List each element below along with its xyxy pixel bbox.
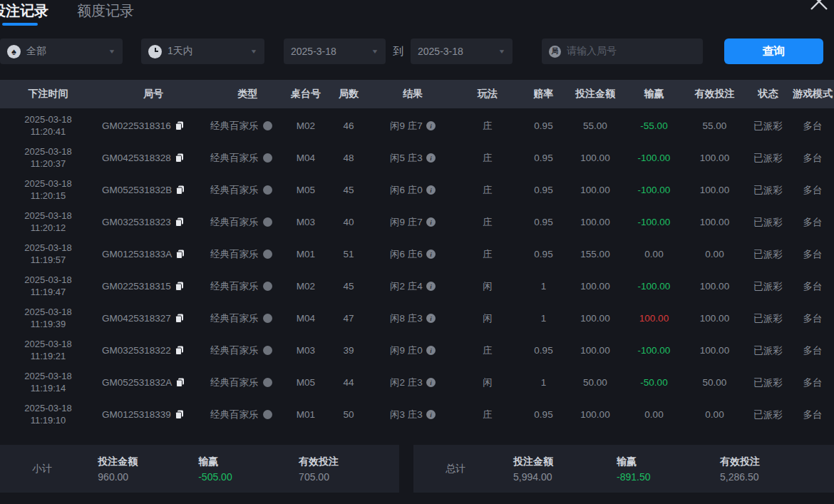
table-number-cell: M05 xyxy=(285,185,326,195)
odds-cell: 1 xyxy=(520,377,567,388)
table-row: 2025-03-18 11:19:10 GM0125318339 经典百家乐 M… xyxy=(0,398,834,431)
spade-icon: ♠ xyxy=(7,45,21,58)
chevron-down-icon: ▼ xyxy=(498,48,506,54)
table-row: 2025-03-18 11:19:57 GM012531833A 经典百家乐 M… xyxy=(0,238,834,270)
bet-time-cell: 2025-03-18 11:20:12 xyxy=(0,210,96,235)
copy-icon[interactable] xyxy=(175,410,184,419)
game-type-cell: 经典百家乐 xyxy=(210,248,285,261)
play-type-cell: 庄 xyxy=(455,408,520,421)
result-info-icon[interactable]: i xyxy=(426,378,436,387)
play-type-cell: 闲 xyxy=(455,280,520,293)
total-winloss-label: 输赢 xyxy=(617,456,720,468)
subtotal-box: 小计 投注金额 960.00 输赢 -505.00 有效投注 705.00 xyxy=(0,445,399,493)
round-count-cell: 46 xyxy=(326,120,371,131)
status-cell: 已派彩 xyxy=(745,152,791,165)
result-info-icon[interactable]: i xyxy=(426,217,436,227)
play-type-cell: 闲 xyxy=(455,312,520,325)
copy-icon[interactable] xyxy=(176,185,185,195)
copy-icon[interactable] xyxy=(175,314,184,323)
copy-icon[interactable] xyxy=(175,217,184,227)
type-info-icon[interactable] xyxy=(263,314,272,323)
bet-amount-cell: 55.00 xyxy=(567,120,624,131)
odds-cell: 0.95 xyxy=(520,409,567,420)
clock-icon xyxy=(148,45,162,58)
game-type-cell: 经典百家乐 xyxy=(210,312,285,325)
result-cell: 闲9 庄7 i xyxy=(371,216,455,229)
game-mode-cell: 多台 xyxy=(791,376,834,389)
game-number-cell: GM0325318322 xyxy=(96,345,210,356)
table-row: 2025-03-18 11:19:39 GM0425318327 经典百家乐 M… xyxy=(0,302,834,334)
type-info-icon[interactable] xyxy=(263,153,272,163)
bet-time-cell: 2025-03-18 11:20:37 xyxy=(0,146,96,170)
filter-bar: ♠ 全部 ▼ 1天内 ▼ 2025-3-18 ▼ 到 2025-3-18 ▼ 局… xyxy=(0,38,834,64)
copy-icon[interactable] xyxy=(175,346,184,355)
winloss-cell: -100.00 xyxy=(624,281,684,292)
tab-quota-records[interactable]: 额度记录 xyxy=(76,1,135,26)
type-info-icon[interactable] xyxy=(263,185,272,195)
round-count-cell: 45 xyxy=(326,185,371,195)
status-cell: 已派彩 xyxy=(745,184,791,197)
status-cell: 已派彩 xyxy=(745,248,791,261)
time-range-select[interactable]: 1天内 ▼ xyxy=(141,38,264,64)
valid-bet-cell: 0.00 xyxy=(684,249,745,259)
winloss-cell: 0.00 xyxy=(624,409,684,420)
result-info-icon[interactable]: i xyxy=(426,346,436,355)
time-range-value: 1天内 xyxy=(168,45,193,58)
play-type-cell: 闲 xyxy=(455,376,520,389)
type-info-icon[interactable] xyxy=(263,217,272,227)
result-info-icon[interactable]: i xyxy=(426,314,436,323)
odds-cell: 0.95 xyxy=(520,217,567,227)
bet-time-cell: 2025-03-18 11:19:21 xyxy=(0,339,96,363)
table-body: 2025-03-18 11:20:41 GM0225318316 经典百家乐 M… xyxy=(0,110,834,431)
bet-time-cell: 2025-03-18 11:19:10 xyxy=(0,403,96,427)
type-info-icon[interactable] xyxy=(263,378,272,387)
type-info-icon[interactable] xyxy=(263,346,272,355)
winloss-cell: -100.00 xyxy=(624,185,684,195)
summary-bar: 小计 投注金额 960.00 输赢 -505.00 有效投注 705.00 总计… xyxy=(0,445,834,493)
game-number-cell: GM0225318315 xyxy=(96,281,210,292)
result-info-icon[interactable]: i xyxy=(426,121,436,130)
date-from-picker[interactable]: 2025-3-18 ▼ xyxy=(284,38,386,64)
game-type-select[interactable]: ♠ 全部 ▼ xyxy=(0,38,123,64)
query-button[interactable]: 查询 xyxy=(724,38,823,64)
col-bet-time: 下注时间 xyxy=(0,88,96,101)
game-number-cell: GM0325318323 xyxy=(96,217,210,227)
game-type-cell: 经典百家乐 xyxy=(210,376,285,389)
result-info-icon[interactable]: i xyxy=(426,185,436,195)
result-info-icon[interactable]: i xyxy=(426,153,436,163)
valid-bet-cell: 50.00 xyxy=(684,377,745,388)
odds-cell: 1 xyxy=(520,313,567,324)
result-info-icon[interactable]: i xyxy=(426,410,436,419)
subtotal-winloss-value: -505.00 xyxy=(198,471,299,483)
table-row: 2025-03-18 11:20:37 GM0425318328 经典百家乐 M… xyxy=(0,142,834,174)
copy-icon[interactable] xyxy=(175,153,184,163)
type-info-icon[interactable] xyxy=(263,410,272,419)
play-type-cell: 庄 xyxy=(455,344,520,357)
status-cell: 已派彩 xyxy=(745,280,791,293)
bet-amount-cell: 100.00 xyxy=(567,281,624,292)
tab-bet-records[interactable]: 投注记录 xyxy=(0,1,50,26)
result-info-icon[interactable]: i xyxy=(426,282,436,291)
round-count-cell: 45 xyxy=(326,281,371,292)
bet-time-cell: 2025-03-18 11:19:47 xyxy=(0,274,96,299)
table-number-cell: M02 xyxy=(285,120,326,131)
bet-time-cell: 2025-03-18 11:19:57 xyxy=(0,242,96,267)
type-info-icon[interactable] xyxy=(263,282,272,291)
copy-icon[interactable] xyxy=(176,250,185,259)
status-cell: 已派彩 xyxy=(745,344,791,357)
status-cell: 已派彩 xyxy=(745,312,791,325)
result-info-icon[interactable]: i xyxy=(426,250,436,259)
status-cell: 已派彩 xyxy=(745,376,791,389)
table-number-cell: M03 xyxy=(285,217,326,227)
copy-icon[interactable] xyxy=(175,121,184,130)
winloss-cell: 100.00 xyxy=(624,313,684,324)
table-row: 2025-03-18 11:20:41 GM0225318316 经典百家乐 M… xyxy=(0,110,834,142)
type-info-icon[interactable] xyxy=(263,121,272,130)
close-icon[interactable] xyxy=(808,0,830,12)
type-info-icon[interactable] xyxy=(263,250,272,259)
game-number-search-input[interactable]: 局 请输入局号 xyxy=(542,38,703,64)
copy-icon[interactable] xyxy=(175,282,184,291)
date-to-picker[interactable]: 2025-3-18 ▼ xyxy=(411,38,513,64)
play-type-cell: 庄 xyxy=(455,120,520,133)
copy-icon[interactable] xyxy=(176,378,185,387)
